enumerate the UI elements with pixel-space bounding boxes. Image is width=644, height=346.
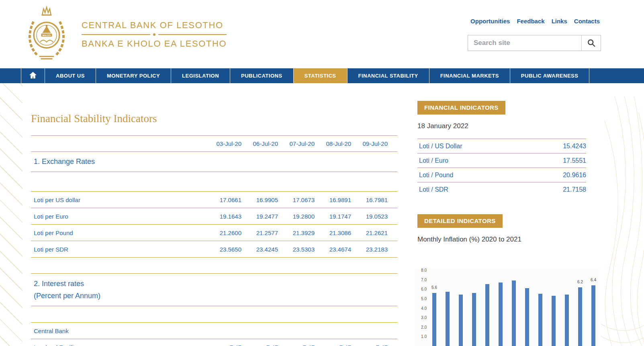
search-button[interactable] xyxy=(581,35,601,51)
row-value: 7.47 xyxy=(315,344,351,346)
nav-label: PUBLICATIONS xyxy=(241,73,282,79)
svg-text:MALOTI: MALOTI xyxy=(43,34,51,37)
nav-item-publications[interactable]: PUBLICATIONS xyxy=(230,68,293,83)
right-guilloche-pattern xyxy=(601,96,644,346)
bar-value-label: 6.4 xyxy=(591,278,596,282)
page: MALOTI CENTRAL BANK OF LESOTHO BANKA E K… xyxy=(0,0,644,346)
row-value: 19.2477 xyxy=(241,213,278,220)
bar-value-label: 6.2 xyxy=(577,280,583,284)
inflation-bar xyxy=(565,295,569,346)
inflation-chart-title: Monthly Inflation (%) 2020 to 2021 xyxy=(417,235,521,244)
top-link-feedback[interactable]: Feedback xyxy=(517,18,544,25)
row-value: 7.47 xyxy=(278,344,315,346)
inflation-bar xyxy=(578,287,582,346)
row-value: 7.47 xyxy=(241,344,278,346)
rate-row: Loti / Euro17.5551 xyxy=(417,153,586,168)
bar-group xyxy=(525,270,529,346)
row-value: 21.3929 xyxy=(278,229,315,236)
bar-group: 6.2 xyxy=(578,270,582,346)
date-column-header: 08-Jul-20 xyxy=(315,140,351,147)
nav-item-monetary-policy[interactable]: MONETARY POLICY xyxy=(96,68,171,83)
row-label: Loti per US dollar xyxy=(31,197,205,203)
row-value: 16.9891 xyxy=(315,197,351,203)
y-tick-label: 4.0 xyxy=(421,306,427,311)
section-label: 2. Interest rates xyxy=(31,280,84,288)
nav-item-legislation[interactable]: LEGISLATION xyxy=(171,68,230,83)
top-links: OpportunitiesFeedbackLinksContacts xyxy=(470,18,600,25)
row-label: Loti per SDR xyxy=(31,246,205,253)
y-tick-label: 6.0 xyxy=(421,287,427,291)
bar-group xyxy=(552,270,556,346)
row-value: 23.5650 xyxy=(205,246,241,253)
left-guilloche-pattern xyxy=(0,83,22,346)
row-value: 19.1747 xyxy=(315,213,351,220)
main-nav: ABOUT USMONETARY POLICYLEGISLATIONPUBLIC… xyxy=(0,68,644,83)
search-input[interactable] xyxy=(468,35,581,51)
bar-group xyxy=(499,270,503,346)
row-value: 23.2183 xyxy=(351,246,388,253)
nav-item-financial-stability[interactable]: FINANCIAL STABILITY xyxy=(347,68,429,83)
daily-rates-table: Loti / US Dollar15.4243Loti / Euro17.555… xyxy=(417,139,586,197)
y-tick-label: 7.0 xyxy=(421,278,427,282)
rate-label: Loti / Pound xyxy=(417,172,453,179)
section-sublabel: (Percent per Annum) xyxy=(31,292,100,300)
bar-group: 6.4 xyxy=(591,270,595,346)
nav-label: MONETARY POLICY xyxy=(107,73,160,79)
bar-group xyxy=(459,270,463,346)
bank-crest-icon: MALOTI xyxy=(25,5,68,64)
table-empty-row xyxy=(31,257,397,273)
table-header-row: 03-Jul-2006-Jul-2007-Jul-2008-Jul-2009-J… xyxy=(31,135,397,152)
y-tick-label: 5.0 xyxy=(421,297,427,301)
row-value: 21.2621 xyxy=(351,229,388,236)
nav-item-statistics[interactable]: STATISTICS xyxy=(293,68,347,83)
bar-value-label: 5.6 xyxy=(431,285,437,290)
section-label: 1. Exchange Rates xyxy=(31,158,95,166)
nav-item-financial-markets[interactable]: FINANCIAL MARKETS xyxy=(429,68,510,83)
search-box xyxy=(468,35,601,51)
bar-group xyxy=(565,270,569,346)
page-title: Financial Stability Indicators xyxy=(31,113,157,125)
rate-value: 20.9616 xyxy=(563,172,586,179)
rate-value: 17.5551 xyxy=(563,157,586,164)
row-value: 23.4245 xyxy=(241,246,278,253)
table-row: Loti per Pound21.260021.257721.392921.30… xyxy=(31,224,397,241)
table-row: Loti per Euro19.164319.247719.280019.174… xyxy=(31,208,397,224)
nav-item-public-awareness[interactable]: PUBLIC AWARENESS xyxy=(510,68,590,83)
row-label: Loti per Pound xyxy=(31,229,205,236)
date-column-header: 03-Jul-20 xyxy=(205,140,241,147)
bar-group xyxy=(446,270,450,346)
y-tick-label: 2.0 xyxy=(421,325,427,330)
site-header: MALOTI CENTRAL BANK OF LESOTHO BANKA E K… xyxy=(0,0,644,68)
financial-indicators-date: 18 January 2022 xyxy=(417,122,468,130)
top-link-links[interactable]: Links xyxy=(552,18,567,25)
top-link-opportunities[interactable]: Opportunities xyxy=(470,18,510,25)
table-section-row: 2. Interest rates(Percent per Annum) xyxy=(31,273,397,306)
bar-group xyxy=(485,270,489,346)
nav-item-home[interactable] xyxy=(21,68,45,83)
rate-label: Loti / US Dollar xyxy=(417,143,462,150)
top-link-contacts[interactable]: Contacts xyxy=(574,18,600,25)
chart-y-axis: 8.07.06.05.04.03.02.01.0 xyxy=(415,270,427,346)
row-value: 21.2600 xyxy=(205,229,241,236)
table-row: Loti per US dollar17.066116.990517.06731… xyxy=(31,191,397,208)
wordmark-line-2: BANKA E KHOLO EA LESOTHO xyxy=(82,39,227,49)
inflation-bar xyxy=(552,296,556,346)
inflation-bar xyxy=(432,293,436,346)
table-empty-row xyxy=(31,306,397,322)
inflation-bar xyxy=(446,292,450,346)
inflation-bar xyxy=(459,295,463,346)
bank-logo[interactable]: MALOTI CENTRAL BANK OF LESOTHO BANKA E K… xyxy=(25,5,227,64)
table-row: Loti per SDR23.565023.424523.530323.4674… xyxy=(31,241,397,257)
row-label: Loti per Euro xyxy=(31,213,205,220)
row-value: 19.2800 xyxy=(278,213,315,220)
inflation-bar xyxy=(525,288,529,346)
nav-label: FINANCIAL MARKETS xyxy=(440,73,499,79)
bar-group xyxy=(512,270,516,346)
row-value: 17.0673 xyxy=(278,197,315,203)
row-label: Central Bank xyxy=(31,328,388,334)
y-tick-label: 1.0 xyxy=(421,334,427,339)
home-icon xyxy=(29,72,37,80)
date-column-header: 09-Jul-20 xyxy=(351,140,388,147)
rate-label: Loti / Euro xyxy=(417,157,448,164)
nav-item-about-us[interactable]: ABOUT US xyxy=(45,68,96,83)
